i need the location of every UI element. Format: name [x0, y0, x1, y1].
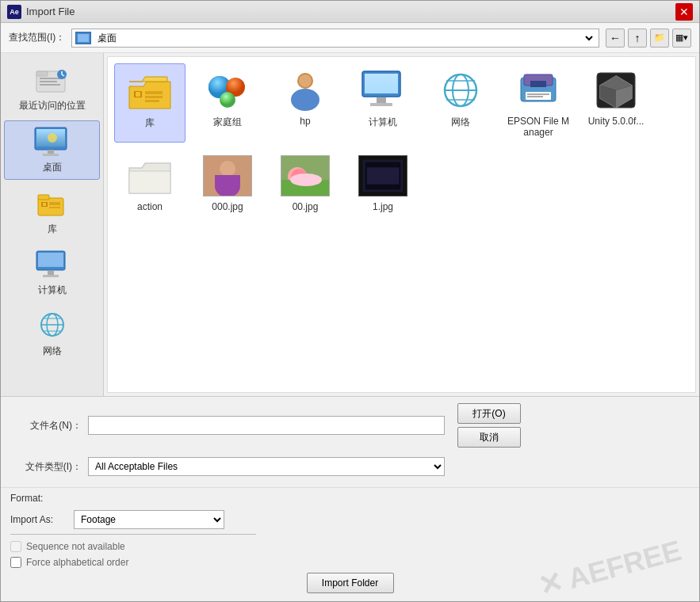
sequence-label: Sequence not available	[26, 541, 125, 552]
recent-icon	[33, 64, 71, 96]
toolbar-buttons: ← ↑ 📁 ▦▾	[606, 29, 691, 48]
sidebar-item-computer[interactable]: 计算机	[4, 244, 100, 302]
sidebar: 最近访问的位置	[1, 53, 104, 396]
sidebar-item-desktop-label: 桌面	[43, 161, 62, 174]
svg-rect-2	[40, 78, 62, 79]
svg-rect-22	[48, 271, 54, 275]
force-alpha-checkbox[interactable]	[10, 557, 21, 568]
svg-rect-46	[370, 103, 392, 106]
close-button[interactable]: ✕	[675, 3, 693, 21]
svg-rect-19	[49, 207, 60, 208]
cancel-button[interactable]: 取消	[457, 427, 521, 448]
filename-row: 文件名(N)： 打开(O) 取消	[10, 403, 690, 448]
import-folder-row: Import Folder	[10, 573, 690, 593]
view-button[interactable]: ▦▾	[672, 29, 691, 48]
up-button[interactable]: ↑	[628, 29, 647, 48]
import-folder-button[interactable]: Import Folder	[307, 573, 394, 593]
file-hp-label: hp	[300, 116, 310, 127]
svg-rect-45	[377, 97, 386, 103]
format-row: Format:	[10, 493, 690, 504]
file-item-000jpg[interactable]: 000.jpg	[192, 149, 263, 217]
file-item-00jpg[interactable]: 00.jpg	[270, 149, 341, 217]
file-lib-label: 库	[145, 116, 155, 130]
import-as-label: Import As:	[10, 514, 66, 525]
svg-rect-18	[49, 202, 60, 205]
action-icon	[124, 154, 175, 198]
force-alpha-row: Force alphabetical order	[10, 557, 690, 568]
sidebar-item-library[interactable]: 库	[4, 183, 100, 241]
file-000jpg-label: 000.jpg	[212, 201, 243, 212]
computer-sidebar-icon	[33, 249, 71, 280]
location-dropdown[interactable]: 桌面	[94, 29, 595, 47]
title-bar-left: Ae Import File	[7, 5, 75, 19]
format-label: Format:	[10, 493, 43, 504]
sidebar-item-library-label: 库	[48, 223, 57, 236]
epson-icon	[513, 68, 564, 112]
filename-input[interactable]	[88, 416, 445, 435]
svg-rect-78	[367, 167, 400, 184]
file-action-label: action	[137, 201, 163, 212]
svg-rect-47	[365, 74, 398, 93]
filetype-row: 文件类型(I)： All Acceptable Files	[10, 457, 690, 476]
svg-rect-15	[38, 195, 49, 200]
file-family-label: 家庭组	[213, 116, 242, 129]
svg-rect-1	[36, 71, 48, 76]
file-item-family[interactable]: 家庭组	[192, 63, 263, 143]
file-grid: 库	[114, 63, 689, 217]
sidebar-item-network[interactable]: 网络	[4, 305, 100, 363]
open-button[interactable]: 打开(O)	[457, 403, 521, 424]
file-1jpg-label: 1.jpg	[373, 201, 393, 212]
svg-rect-58	[530, 81, 546, 87]
svg-rect-65	[129, 171, 170, 193]
family-icon	[202, 68, 253, 112]
svg-rect-33	[145, 91, 163, 94]
sidebar-item-recent[interactable]: 最近访问的位置	[4, 59, 100, 117]
location-select-wrapper[interactable]: 桌面	[71, 29, 599, 48]
sidebar-item-network-label: 网络	[43, 345, 62, 358]
lower-section: Format: Import As: Footage Sequence not …	[1, 487, 699, 601]
sidebar-item-recent-label: 最近访问的位置	[19, 99, 86, 112]
file-item-hp[interactable]: hp	[270, 63, 341, 143]
file-unity-label: Unity 5.0.0f...	[588, 116, 645, 127]
import-as-row: Import As: Footage	[10, 510, 690, 529]
svg-point-41	[291, 89, 319, 111]
file-item-action[interactable]: action	[114, 149, 186, 217]
unity-icon	[591, 68, 641, 112]
img-1-icon	[358, 154, 408, 198]
separator	[10, 534, 256, 535]
file-item-computer[interactable]: 计算机	[347, 63, 419, 143]
file-item-network[interactable]: 网络	[425, 63, 496, 143]
svg-point-74	[290, 173, 322, 186]
file-item-epson[interactable]: EPSON File Manager	[503, 63, 574, 143]
filename-label: 文件名(N)：	[10, 419, 82, 432]
svg-rect-12	[43, 154, 59, 156]
svg-point-42	[299, 74, 312, 87]
force-alpha-label: Force alphabetical order	[26, 557, 128, 568]
desktop-icon	[33, 126, 71, 158]
filetype-select[interactable]: All Acceptable Files	[88, 457, 445, 476]
svg-rect-21	[38, 253, 63, 267]
img-000-icon	[202, 154, 253, 198]
app-icon: Ae	[7, 5, 21, 19]
svg-rect-69	[215, 175, 240, 185]
file-item-lib[interactable]: 库	[114, 63, 186, 143]
toolbar: 查找范围(I)： 桌面 ← ↑ 📁 ▦▾	[1, 23, 699, 53]
window-title: Import File	[26, 6, 75, 17]
filetype-label: 文件类型(I)：	[10, 460, 82, 474]
svg-rect-34	[145, 96, 163, 98]
folder-button[interactable]: 📁	[650, 29, 669, 48]
svg-rect-57	[527, 96, 543, 97]
file-network-label: 网络	[451, 116, 470, 129]
sidebar-item-desktop[interactable]: 桌面	[4, 120, 100, 180]
main-content: 最近访问的位置	[1, 53, 699, 396]
bottom-form-section: 文件名(N)： 打开(O) 取消 文件类型(I)： All Acceptable…	[1, 396, 699, 487]
sequence-checkbox[interactable]	[10, 541, 21, 552]
toolbar-label: 查找范围(I)：	[9, 31, 65, 44]
import-as-select[interactable]: Footage	[74, 510, 224, 529]
library-sidebar-icon	[33, 188, 71, 219]
computer-file-icon	[358, 68, 408, 112]
lib-icon	[124, 69, 175, 113]
file-item-1jpg[interactable]: 1.jpg	[347, 149, 419, 217]
back-button[interactable]: ←	[606, 29, 625, 48]
file-item-unity[interactable]: Unity 5.0.0f...	[580, 63, 652, 143]
